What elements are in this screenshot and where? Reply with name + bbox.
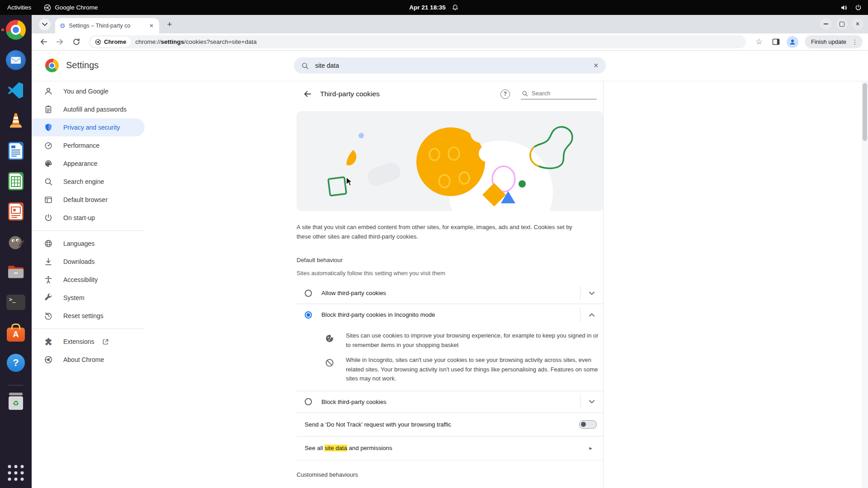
radio-unselected[interactable]	[305, 290, 312, 297]
chrome-logo	[45, 59, 59, 72]
reload-button[interactable]	[70, 36, 82, 48]
palette-icon	[44, 159, 53, 168]
card-right-border	[603, 81, 604, 488]
settings-search-box[interactable]: ✕	[294, 57, 606, 74]
page-search[interactable]	[521, 89, 597, 99]
sidebar-item-downloads[interactable]: Downloads	[32, 253, 145, 271]
option-allow-third-party-cookies[interactable]: Allow third-party cookies	[297, 282, 603, 304]
option-block-incognito[interactable]: Block third-party cookies in Incognito m…	[297, 304, 603, 325]
clear-search-button[interactable]: ✕	[593, 62, 599, 69]
do-not-track-row[interactable]: Send a ‘Do Not Track’ request with your …	[297, 413, 603, 436]
bookmark-star-button[interactable]: ☆	[752, 36, 766, 48]
expand-button[interactable]	[580, 282, 603, 304]
trash-icon: ♻	[8, 393, 24, 411]
forward-button[interactable]	[53, 36, 66, 48]
close-window-button[interactable]: ✕	[852, 18, 863, 30]
vscode-icon	[7, 81, 25, 99]
help-button[interactable]: ?	[500, 89, 510, 99]
dock-ubuntu-software[interactable]: A	[5, 322, 27, 343]
settings-content: You and Google Autofill and passwords Pr…	[32, 81, 868, 488]
page-search-input[interactable]	[531, 89, 596, 97]
software-store-icon: A	[7, 328, 25, 342]
back-button[interactable]	[37, 36, 50, 48]
sidebar-item-privacy-and-security[interactable]: Privacy and security	[32, 118, 145, 136]
settings-search-input[interactable]	[314, 61, 588, 70]
minimize-button[interactable]	[820, 18, 832, 30]
more-menu-icon[interactable]: ⋮	[850, 38, 860, 46]
sidebar-item-on-start-up[interactable]: On start-up	[32, 209, 145, 227]
external-link-icon	[101, 337, 110, 346]
address-bar[interactable]: Chrome chrome://settings/cookies?search=…	[89, 35, 746, 48]
dock-terminal[interactable]: >_	[5, 291, 27, 313]
vlc-icon	[7, 112, 25, 130]
tab-title: Settings – Third-party co	[69, 23, 145, 29]
profile-avatar[interactable]	[787, 36, 798, 48]
page-back-button[interactable]	[303, 89, 312, 99]
dock-libreoffice-calc[interactable]	[5, 170, 27, 192]
dock-libreoffice-impress[interactable]	[5, 201, 27, 222]
sidebar-item-system[interactable]: System	[32, 289, 145, 307]
collapse-button[interactable]	[580, 304, 603, 325]
puzzle-icon	[44, 337, 53, 346]
activities-button[interactable]: Activities	[7, 4, 31, 11]
system-status-menu[interactable]	[840, 0, 862, 15]
search-icon	[301, 62, 309, 70]
see-all-site-data-row[interactable]: See all site data and permissions ▸	[297, 436, 603, 460]
sidebar-item-accessibility[interactable]: Accessibility	[32, 271, 145, 289]
sidebar-item-performance[interactable]: Performance	[32, 136, 145, 155]
dock-vlc[interactable]	[5, 110, 27, 131]
page-description: A site that you visit can embed content …	[297, 223, 573, 241]
dock-google-chrome[interactable]	[5, 19, 27, 41]
browser-toolbar: Chrome chrome://settings/cookies?search=…	[32, 33, 868, 51]
maximize-button[interactable]	[836, 18, 848, 30]
side-panel-button[interactable]	[769, 36, 783, 48]
thunderbird-icon	[6, 50, 26, 70]
search-icon	[522, 90, 528, 97]
sidebar-item-autofill[interactable]: Autofill and passwords	[32, 100, 145, 118]
sidebar-item-reset-settings[interactable]: Reset settings	[32, 307, 145, 325]
site-chip[interactable]: Chrome	[90, 37, 131, 47]
focused-app-menu[interactable]: Google Chrome	[44, 4, 98, 11]
radio-unselected[interactable]	[305, 398, 312, 405]
dock-trash[interactable]: ♻	[5, 391, 27, 413]
radio-selected[interactable]	[305, 311, 312, 319]
tab-search-button[interactable]	[39, 19, 51, 30]
minimize-icon	[824, 23, 828, 24]
show-applications-button[interactable]	[8, 465, 24, 481]
scrollbar-track[interactable]	[862, 81, 868, 488]
person-icon	[789, 38, 796, 46]
sidebar-item-languages[interactable]: Languages	[32, 235, 145, 253]
sidebar-item-search-engine[interactable]: Search engine	[32, 173, 145, 191]
active-tab[interactable]: ⚙ Settings – Third-party co ✕	[55, 18, 159, 33]
sidebar-item-appearance[interactable]: Appearance	[32, 155, 145, 173]
finish-update-button[interactable]: Finish update ⋮	[805, 35, 863, 48]
sidebar-item-about-chrome[interactable]: About Chrome	[32, 351, 145, 369]
expand-button[interactable]	[580, 391, 603, 413]
dock-help[interactable]: ?	[5, 352, 27, 374]
option-block-third-party-cookies[interactable]: Block third-party cookies	[297, 391, 603, 413]
dock-libreoffice-writer[interactable]	[5, 140, 27, 162]
new-tab-button[interactable]: +	[164, 19, 175, 30]
shield-icon	[44, 123, 53, 132]
clock-menu[interactable]: Apr 21 18:35	[409, 0, 458, 15]
tab-strip: ⚙ Settings – Third-party co ✕ + ✕	[32, 15, 868, 33]
dock-gimp[interactable]	[5, 231, 27, 253]
sidebar-item-you-and-google[interactable]: You and Google	[32, 82, 145, 100]
tab-close-button[interactable]: ✕	[148, 22, 155, 30]
customised-behaviours-heading: Customised behaviours	[297, 471, 603, 478]
accessibility-icon	[44, 275, 53, 284]
dock-vscode[interactable]	[5, 80, 27, 101]
close-icon: ✕	[855, 21, 860, 27]
sidebar-item-default-browser[interactable]: Default browser	[32, 191, 145, 209]
cookies-illustration-banner	[297, 111, 603, 211]
default-behaviour-heading: Default behaviour	[297, 257, 603, 263]
sidebar-item-extensions[interactable]: Extensions	[32, 333, 145, 351]
dock-files[interactable]	[5, 261, 27, 283]
power-icon	[855, 4, 862, 11]
do-not-track-toggle[interactable]	[579, 420, 597, 429]
dock-thunderbird[interactable]	[5, 49, 27, 71]
download-icon	[44, 257, 53, 266]
search-highlight: site data	[325, 445, 347, 451]
reset-history-icon	[44, 311, 53, 320]
scrollbar-thumb[interactable]	[863, 83, 867, 141]
